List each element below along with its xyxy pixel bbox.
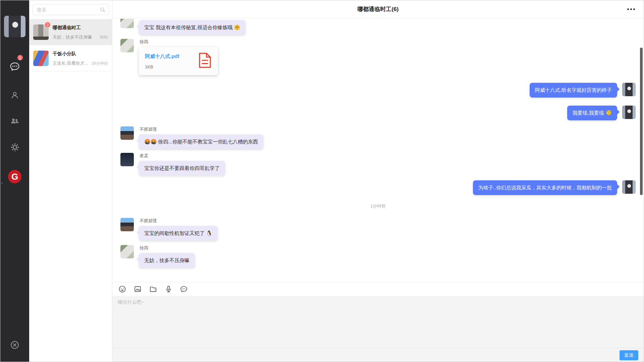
sender-avatar[interactable] bbox=[120, 126, 134, 140]
message-list: 宝宝 我这有本祖传秘笈,很适合你修炼哦 🤗 徐四 阿威十八式.pdf 1KB bbox=[112, 19, 644, 282]
more-menu-icon[interactable] bbox=[626, 7, 636, 11]
chat-list-item[interactable]: 2 哪都通临时工 无妨，技多不压身嘛 刚刚 bbox=[29, 19, 112, 45]
sidebar-collapse-handle[interactable]: › bbox=[0, 176, 4, 189]
message-bubble: 为啥子..你们总说我呆瓜，其实大多的时候，我都机制的一批 bbox=[473, 180, 617, 195]
sender-avatar[interactable] bbox=[120, 218, 134, 231]
scrollbar-thumb[interactable] bbox=[640, 48, 643, 195]
message-row: 宝宝 我这有本祖传秘笈,很适合你修炼哦 🤗 bbox=[120, 20, 636, 35]
last-message-time: 26分钟前 bbox=[92, 61, 108, 66]
sender-name: 徐四 bbox=[140, 39, 218, 45]
chat-title: 哪都通临时工 bbox=[53, 24, 108, 31]
send-button[interactable]: 发送 bbox=[620, 350, 638, 360]
message-input-area bbox=[112, 296, 644, 348]
sender-avatar[interactable] bbox=[120, 39, 134, 52]
last-message-preview: 无妨，技多不压身嘛 bbox=[53, 34, 99, 40]
my-avatar[interactable] bbox=[622, 106, 636, 119]
g-logo-icon: G bbox=[8, 170, 21, 183]
group-avatar bbox=[33, 51, 49, 66]
message-row: 徐四 无妨，技多不压身嘛 bbox=[120, 245, 636, 268]
sender-avatar[interactable] bbox=[120, 153, 134, 166]
last-message-time: 刚刚 bbox=[100, 35, 108, 40]
sender-name: 不摇碧莲 bbox=[140, 218, 218, 224]
image-button[interactable] bbox=[133, 285, 142, 294]
search-input[interactable] bbox=[33, 4, 109, 15]
close-button[interactable] bbox=[0, 336, 29, 354]
emoji-button[interactable] bbox=[118, 285, 126, 294]
unread-badge: 2 bbox=[17, 55, 23, 61]
sender-name: 老孟 bbox=[140, 153, 225, 159]
messages-nav-button[interactable]: 2 bbox=[0, 57, 29, 76]
message-row: 老孟 宝宝你还是不要跟着你四哥乱学了 bbox=[120, 153, 636, 176]
message-bubble: 宝宝你还是不要跟着你四哥乱学了 bbox=[139, 161, 225, 176]
groups-nav-button[interactable] bbox=[0, 112, 29, 130]
sender-avatar[interactable] bbox=[120, 245, 134, 258]
message-row: 不摇碧莲 🤬🤬 徐四...你能不能不教宝宝一些乱七八糟的东西 bbox=[120, 126, 636, 149]
person-icon bbox=[10, 91, 19, 100]
sender-name: 不摇碧莲 bbox=[140, 126, 263, 132]
composer-toolbar bbox=[112, 282, 644, 296]
sender-name: 徐四 bbox=[140, 245, 195, 251]
message-input[interactable] bbox=[112, 296, 644, 348]
message-bubble: 我要练,我要练 🫠 bbox=[567, 106, 617, 120]
last-message-preview: 王道长,我看你才... bbox=[53, 60, 90, 66]
app-logo-button[interactable]: G bbox=[0, 167, 29, 186]
message-row: 不摇碧莲 宝宝的间歇性机智证又犯了 🐧 bbox=[120, 218, 636, 241]
search-icon[interactable] bbox=[100, 7, 106, 14]
send-row: 发送 bbox=[112, 348, 644, 362]
message-bubble: 🤬🤬 徐四...你能不能不教宝宝一些乱七八糟的东西 bbox=[139, 134, 263, 149]
gear-icon bbox=[10, 143, 19, 152]
message-row: 阿威十八式,听名字就好厉害的样子 bbox=[120, 83, 636, 98]
message-row: 徐四 阿威十八式.pdf 1KB bbox=[120, 39, 636, 75]
unread-badge: 2 bbox=[45, 22, 51, 28]
folder-button[interactable] bbox=[149, 285, 157, 294]
icon-rail: 2 G bbox=[0, 0, 29, 362]
microphone-button[interactable] bbox=[164, 285, 173, 294]
message-bubble: 无妨，技多不压身嘛 bbox=[139, 253, 195, 268]
chat-header: 哪都通临时工(6) bbox=[112, 0, 644, 18]
pdf-file-icon bbox=[198, 52, 212, 70]
file-size: 1KB bbox=[145, 64, 193, 69]
close-icon bbox=[10, 340, 19, 350]
chat-main: 哪都通临时工(6) 宝宝 我这有本祖传秘笈,很适合你修炼哦 🤗 徐四 阿威十八式… bbox=[112, 0, 644, 362]
chat-title: 干饭小分队 bbox=[53, 51, 108, 57]
chat-title: 哪都通临时工(6) bbox=[358, 5, 399, 13]
message-bubble: 宝宝 我这有本祖传秘笈,很适合你修炼哦 🤗 bbox=[139, 20, 246, 35]
my-avatar[interactable] bbox=[622, 180, 636, 194]
group-icon bbox=[10, 117, 19, 125]
file-attachment-card[interactable]: 阿威十八式.pdf 1KB bbox=[139, 47, 218, 75]
message-bubble: 宝宝的间歇性机智证又犯了 🐧 bbox=[139, 226, 218, 241]
sender-avatar[interactable] bbox=[120, 19, 134, 28]
settings-nav-button[interactable] bbox=[0, 138, 29, 157]
my-avatar[interactable] bbox=[4, 16, 25, 37]
message-row: 我要练,我要练 🫠 bbox=[120, 106, 636, 120]
my-avatar[interactable] bbox=[622, 83, 636, 96]
search-bar bbox=[33, 4, 109, 15]
time-divider: 1分钟前 bbox=[120, 203, 636, 209]
chat-history-button[interactable] bbox=[179, 285, 188, 294]
chat-list-item[interactable]: 干饭小分队 王道长,我看你才... 26分钟前 bbox=[29, 45, 112, 71]
message-row: 为啥子..你们总说我呆瓜，其实大多的时候，我都机制的一批 bbox=[120, 180, 636, 195]
conversation-list-panel: 2 哪都通临时工 无妨，技多不压身嘛 刚刚 干饭小分队 王道长,我看你才... … bbox=[29, 0, 112, 362]
message-bubble: 阿威十八式,听名字就好厉害的样子 bbox=[530, 83, 617, 98]
file-name: 阿威十八式.pdf bbox=[145, 53, 193, 60]
contacts-nav-button[interactable] bbox=[0, 86, 29, 105]
app-window: 2 G bbox=[0, 0, 644, 362]
